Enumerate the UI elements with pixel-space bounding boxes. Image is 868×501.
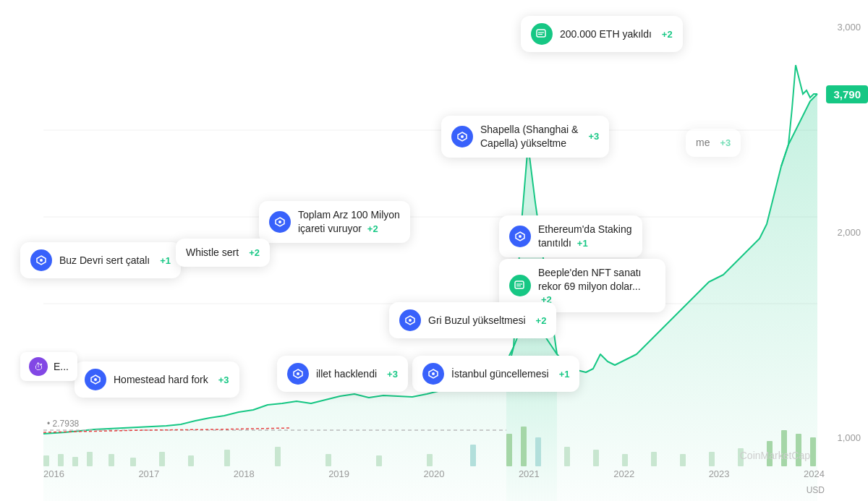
x-label-2017: 2017 [138,468,159,479]
eth-partial-text: E... [54,360,69,374]
gri-buzul-badge: +2 [536,315,547,326]
y-axis: 3,000 2,000 1,000 [837,0,861,501]
svg-rect-21 [535,437,541,466]
tooltip-illet[interactable]: illet hacklendi +3 [277,356,408,392]
homestead-badge: +3 [218,374,229,385]
svg-point-41 [519,235,522,238]
svg-rect-20 [521,427,527,466]
eth-burn-badge: +2 [662,29,673,40]
x-label-2019: 2019 [328,468,349,479]
homestead-text: Homestead hard fork [114,373,208,387]
svg-rect-32 [810,437,816,466]
svg-rect-23 [593,450,599,466]
buz-devri-badge: +1 [160,255,171,266]
supply-icon [269,211,291,233]
svg-rect-33 [537,30,545,37]
istanbul-icon [422,363,444,385]
svg-rect-7 [72,457,78,466]
tooltip-whistle[interactable]: Whistle sert +2 [176,239,270,267]
svg-rect-27 [709,452,715,466]
beeple-icon [509,275,531,296]
tooltip-shapella[interactable]: Shapella (Shanghai &Capella) yükseltme +… [441,116,609,158]
istanbul-badge: +1 [559,369,570,380]
homestead-icon [85,369,106,390]
x-label-2021: 2021 [519,468,540,479]
x-label-2023: 2023 [709,468,730,479]
tooltip-eth-partial[interactable]: ⏱ E... [20,352,77,381]
tooltip-partial-right[interactable]: me +3 [686,129,741,157]
svg-rect-25 [651,452,657,466]
y-label-3000: 3,000 [837,22,861,33]
y-label-2000: 2,000 [837,227,861,238]
svg-rect-24 [622,454,628,466]
tooltip-homestead[interactable]: Homestead hard fork +3 [75,361,239,398]
x-label-2018: 2018 [234,468,255,479]
svg-rect-15 [326,454,331,466]
svg-rect-6 [58,454,64,466]
svg-rect-22 [564,447,570,466]
price-badge: 3,790 [826,85,868,103]
svg-point-52 [94,378,97,381]
svg-rect-16 [376,455,382,466]
staking-badge: +1 [577,238,588,249]
tooltip-supply[interactable]: Toplam Arz 100 Milyoniçareti vuruyor +2 [259,201,410,243]
svg-rect-18 [470,445,476,466]
svg-rect-13 [224,450,230,466]
svg-point-46 [409,319,412,322]
x-label-2022: 2022 [613,468,634,479]
svg-rect-42 [515,281,524,288]
svg-point-39 [278,220,281,223]
usd-label: USD [807,485,825,495]
x-label-2024: 2024 [804,468,825,479]
svg-point-48 [40,259,43,262]
beeple-text: Beeple'den NFT sanatırekor 69 milyon dol… [538,267,642,292]
partial-right-badge: +3 [720,137,731,148]
tooltip-buz-devri[interactable]: Buz Devri sert çatalı +1 [20,242,181,278]
partial-right-text: me [696,136,710,150]
shapella-icon [451,126,473,147]
tooltip-istanbul[interactable]: İstanbul güncellemesi +1 [412,356,579,392]
tooltip-gri-buzul[interactable]: Gri Buzul yükseltmesi +2 [389,302,556,338]
x-axis: 2016 2017 2018 2019 2020 2021 2022 2023 … [43,468,825,479]
supply-badge: +2 [367,223,378,234]
svg-point-54 [297,372,299,375]
svg-rect-11 [159,452,165,466]
illet-icon [287,363,309,385]
svg-text:• 2.7938: • 2.7938 [47,419,80,429]
svg-rect-17 [427,454,433,466]
svg-rect-9 [109,454,114,466]
chart-container: • 2.7938 3,000 2,000 [0,0,868,501]
svg-rect-10 [130,458,136,466]
svg-rect-19 [506,434,512,466]
svg-point-50 [432,372,435,375]
illet-text: illet hacklendi [316,367,377,381]
x-label-2020: 2020 [424,468,445,479]
svg-rect-26 [680,454,686,466]
supply-text: Toplam Arz 100 Milyoniçareti vuruyor [298,209,400,234]
svg-rect-12 [188,455,194,466]
whistle-text: Whistle sert [186,246,239,260]
eth-burn-text: 200.000 ETH yakıldı [560,27,652,41]
x-label-2016: 2016 [43,468,64,479]
staking-icon [509,226,531,247]
eth-partial-icon: ⏱ [29,357,48,376]
shapella-badge: +3 [588,131,599,142]
tooltip-eth-burn[interactable]: 200.000 ETH yakıldı +2 [521,16,683,52]
svg-rect-14 [275,447,281,466]
watermark: CoinMarketCap [740,450,810,461]
buz-devri-text: Buz Devri sert çatalı [59,254,150,267]
buz-devri-icon [30,249,52,271]
illet-badge: +3 [387,369,398,380]
tooltip-staking[interactable]: Ethereum'da Stakingtanıtıldı +1 [499,215,642,257]
whistle-badge: +2 [249,247,260,258]
gri-buzul-icon [399,309,421,331]
gri-buzul-text: Gri Buzul yükseltmesi [428,314,526,327]
svg-rect-5 [43,455,49,466]
svg-rect-8 [87,452,93,466]
y-label-1000: 1,000 [837,432,861,443]
eth-burn-icon [531,23,553,45]
shapella-text: Shapella (Shanghai &Capella) yükseltme [480,123,578,150]
istanbul-text: İstanbul güncellemesi [451,367,549,381]
svg-point-37 [461,135,464,138]
